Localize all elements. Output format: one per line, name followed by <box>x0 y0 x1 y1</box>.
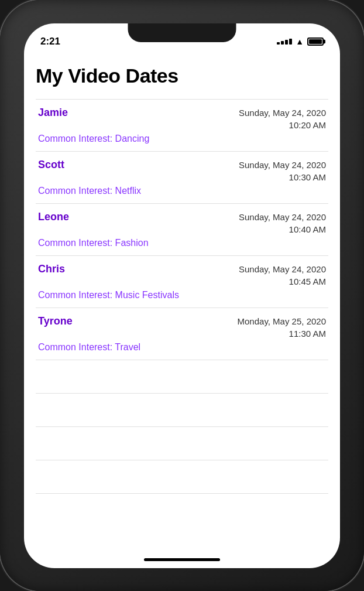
item-datetime: Sunday, May 24, 2020 10:20 AM <box>239 107 326 131</box>
item-name: Leone <box>38 211 69 223</box>
item-date: Monday, May 25, 2020 <box>238 316 326 326</box>
dates-list: Jamie Sunday, May 24, 2020 10:20 AM Comm… <box>36 99 328 494</box>
list-item[interactable]: Tyrone Monday, May 25, 2020 11:30 AM Com… <box>36 308 328 360</box>
battery-icon <box>307 37 324 46</box>
item-time: 10:45 AM <box>289 276 326 286</box>
item-time: 10:40 AM <box>289 224 326 234</box>
item-interest: Common Interest: Dancing <box>38 134 326 144</box>
phone-screen: 2:21 ▲ My Video Dates Jami <box>24 23 340 568</box>
item-datetime: Sunday, May 24, 2020 10:45 AM <box>239 263 326 288</box>
list-item[interactable]: Leone Sunday, May 24, 2020 10:40 AM Comm… <box>36 204 328 256</box>
status-icons: ▲ <box>277 37 324 46</box>
list-item-row: Leone Sunday, May 24, 2020 10:40 AM <box>38 211 326 235</box>
item-interest: Common Interest: Travel <box>38 342 326 353</box>
item-time: 10:20 AM <box>289 120 326 130</box>
page-title: My Video Dates <box>36 64 328 87</box>
list-item[interactable]: Chris Sunday, May 24, 2020 10:45 AM Comm… <box>36 256 328 308</box>
item-date: Sunday, May 24, 2020 <box>239 160 326 170</box>
signal-icon <box>277 39 292 45</box>
item-time: 11:30 AM <box>289 329 326 339</box>
item-date: Sunday, May 24, 2020 <box>239 212 326 222</box>
item-interest: Common Interest: Netflix <box>38 186 326 196</box>
list-item-row: Jamie Sunday, May 24, 2020 10:20 AM <box>38 107 326 131</box>
app-content: My Video Dates Jamie Sunday, May 24, 202… <box>24 53 340 568</box>
empty-list-item <box>36 360 328 394</box>
empty-list-item <box>36 460 328 494</box>
wifi-icon: ▲ <box>296 37 304 46</box>
item-name: Tyrone <box>38 315 73 327</box>
item-date: Sunday, May 24, 2020 <box>239 108 326 118</box>
empty-list-item <box>36 427 328 460</box>
phone-frame: 2:21 ▲ My Video Dates Jami <box>0 0 364 591</box>
item-interest: Common Interest: Fashion <box>38 238 326 248</box>
item-name: Chris <box>38 263 65 275</box>
item-datetime: Sunday, May 24, 2020 10:40 AM <box>239 211 326 235</box>
list-item-row: Scott Sunday, May 24, 2020 10:30 AM <box>38 159 326 183</box>
list-item-row: Tyrone Monday, May 25, 2020 11:30 AM <box>38 315 326 340</box>
item-name: Scott <box>38 159 64 171</box>
list-item[interactable]: Jamie Sunday, May 24, 2020 10:20 AM Comm… <box>36 100 328 152</box>
empty-list-item <box>36 394 328 427</box>
item-datetime: Monday, May 25, 2020 11:30 AM <box>238 315 326 340</box>
list-item[interactable]: Scott Sunday, May 24, 2020 10:30 AM Comm… <box>36 152 328 204</box>
item-name: Jamie <box>38 107 68 119</box>
status-time: 2:21 <box>40 36 60 47</box>
item-interest: Common Interest: Music Festivals <box>38 290 326 300</box>
home-indicator <box>144 558 220 561</box>
list-item-row: Chris Sunday, May 24, 2020 10:45 AM <box>38 263 326 288</box>
notch <box>128 23 236 42</box>
item-date: Sunday, May 24, 2020 <box>239 264 326 274</box>
item-time: 10:30 AM <box>289 172 326 182</box>
item-datetime: Sunday, May 24, 2020 10:30 AM <box>239 159 326 183</box>
